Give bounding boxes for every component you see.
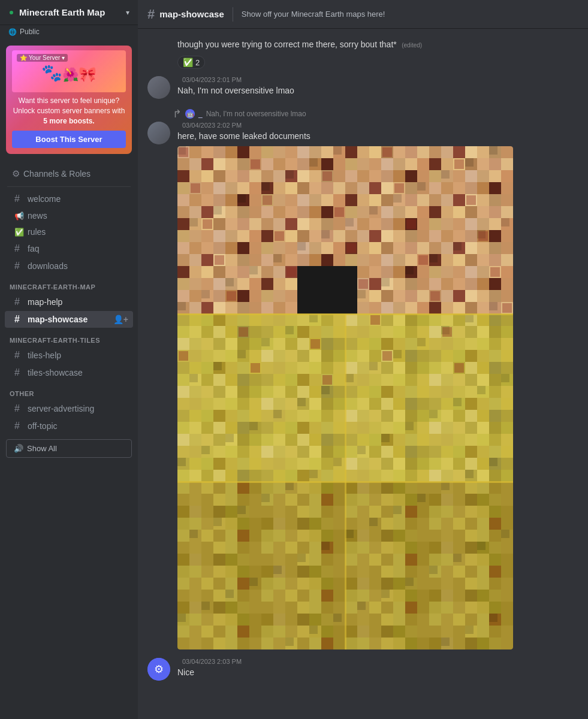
channel-item-welcome[interactable]: # welcome [5,191,133,207]
hash-icon-tiles-help: # [14,350,24,361]
boost-banner-bold: 5 more boosts. [43,117,94,125]
channel-name-downloads: downloads [28,261,128,271]
hash-icon-advertising: # [14,403,24,414]
message-3-avatar [147,122,170,144]
message-3-content: 03/04/2023 2:02 PM here, have some leake… [177,122,578,649]
channel-topbar: # map-showcase Show off your Minecraft E… [138,0,588,29]
boost-banner: ⭐ Your Server ▾ 🐾 🌺 🎀 Want this server t… [6,46,132,154]
server-visibility: Public [20,28,40,36]
add-member-icon[interactable]: 👤+ [113,315,128,324]
message-4-text: Nice [177,666,578,679]
message-1-edited: (edited) [402,42,422,49]
message-1-text: though you were trying to correct me the… [177,40,397,49]
message-2-group: 03/04/2023 2:01 PM Nah, I'm not oversens… [147,76,578,99]
channel-name-off-topic: off-topic [28,421,128,431]
channel-item-tiles-help[interactable]: # tiles-help [5,347,133,364]
message-4-content: 03/04/2023 2:03 PM Nice [177,658,578,681]
hash-icon-map-help: # [14,297,24,307]
reply-indicator: ↱ 🤖 _ Nah, I'm not oversensitive lmao [177,107,578,120]
channels-roles-label: Channels & Roles [23,169,91,179]
announce-icon: 📢 [14,212,24,220]
check-emoji: ✅ [183,58,193,67]
channel-name-tiles-help: tiles-help [28,351,128,360]
channel-name-server-advertising: server-advertising [28,404,128,413]
channel-name-rules: rules [28,227,128,237]
sidebar-divider-1 [7,186,131,187]
banner-label: ⭐ Your Server ▾ [17,54,68,62]
boost-banner-inner: ⭐ Your Server ▾ 🐾 🌺 🎀 Want this server t… [6,46,132,154]
channel-item-off-topic[interactable]: # off-topic [5,418,133,434]
message-4-header: 03/04/2023 2:03 PM [177,658,578,665]
reply-avatar-mini: 🤖 [185,109,195,119]
channel-name-tiles-showcase: tiles-showcase [28,368,128,377]
section-header-other: OTHER [0,382,138,400]
channel-item-news[interactable]: 📢 news [5,208,133,223]
channel-item-map-showcase[interactable]: # map-showcase 👤+ [5,311,133,328]
message-4-timestamp: 03/04/2023 2:03 PM [182,658,242,665]
message-3-header: 03/04/2023 2:02 PM [177,122,578,129]
channel-item-faq[interactable]: # faq [5,240,133,257]
chevron-down-small-icon: ▾ [62,55,65,61]
channel-item-server-advertising[interactable]: # server-advertising [5,400,133,417]
message-4-avatar: ⚙ [147,658,170,681]
boost-banner-image: ⭐ Your Server ▾ 🐾 🌺 🎀 [12,50,126,92]
svg-text:⚙: ⚙ [154,663,164,675]
channel-item-tiles-showcase[interactable]: # tiles-showcase [5,364,133,381]
message-4-group: ⚙ 03/04/2023 2:03 PM Nice [147,658,578,681]
rules-icon: ✅ [14,228,24,237]
message-1: though you were trying to correct me the… [147,38,578,69]
reply-text: Nah, I'm not oversensitive lmao [206,110,306,118]
show-all-label: Show All [27,444,57,453]
topbar-description: Show off your Minecraft Earth maps here! [242,10,385,19]
speaker-icon: 🔊 [14,444,23,453]
reaction-count: 2 [195,58,200,67]
reply-curve-icon: ↱ [173,107,182,120]
channel-item-map-help[interactable]: # map-help [5,294,133,310]
banner-decoration: 🐾 🌺 🎀 [12,61,126,83]
channels-section: ⚙ Channels & Roles # welcome 📢 news ✅ ru… [0,159,138,719]
star-icon: ⭐ [20,55,27,61]
sidebar: Minecraft Earth Map ▾ 🌐 Public ⭐ Your Se… [0,0,138,719]
message-3-text: here, have some leaked documents [177,130,578,143]
reaction-container: ✅ 2 [177,53,578,69]
image-attachment[interactable] [177,146,513,649]
topbar-hash-icon: # [147,7,155,22]
message-2-header: 03/04/2023 2:01 PM [177,76,578,83]
banner-label-text: Your Server [29,55,60,61]
banner-emoji2: 🌺 [62,67,79,83]
channels-and-roles-item[interactable]: ⚙ Channels & Roles [5,165,133,183]
banner-emoji: 🐾 [41,63,62,83]
channel-name-map-help: map-help [28,297,128,307]
hash-icon-downloads: # [14,261,24,271]
show-all-button[interactable]: 🔊 Show All [6,439,132,458]
server-tag: 🌐 Public [0,25,138,41]
hash-icon: # [14,194,24,204]
topbar-divider [233,7,233,22]
channel-item-downloads[interactable]: # downloads [5,258,133,274]
section-header-map: MINECRAFT-EARTH-MAP [0,275,138,293]
topbar-channel-name: map-showcase [159,9,224,19]
channel-name-welcome: welcome [28,194,128,204]
message-2-text: Nah, I'm not oversensitive lmao [177,84,578,97]
message-3-group: ↱ 🤖 _ Nah, I'm not oversensitive lmao 03… [147,107,578,649]
reaction-checkmark[interactable]: ✅ 2 [177,56,205,69]
chevron-down-icon[interactable]: ▾ [126,8,129,17]
messages-area: though you were trying to correct me the… [138,29,588,719]
channel-item-rules[interactable]: ✅ rules [5,224,133,240]
message-2-content: 03/04/2023 2:01 PM Nah, I'm not oversens… [177,76,578,99]
main-content: # map-showcase Show off your Minecraft E… [138,0,588,719]
server-header[interactable]: Minecraft Earth Map ▾ [0,0,138,25]
hash-icon-map-showcase: # [14,314,24,325]
reply-username: _ [198,110,203,118]
hash-icon-tiles-showcase: # [14,367,24,378]
section-header-tiles: MINECRAFT-EARTH-TILES [0,328,138,346]
message-2-timestamp: 03/04/2023 2:01 PM [182,76,242,83]
message-3: 03/04/2023 2:02 PM here, have some leake… [147,122,578,649]
boost-banner-text-pre: Want this server to feel unique? Unlock … [13,96,125,115]
server-header-left: Minecraft Earth Map [8,7,105,17]
hash-icon-faq: # [14,243,24,254]
boost-server-button[interactable]: Boost This Server [12,131,126,148]
hash-icon-off-topic: # [14,421,24,431]
banner-emoji3: 🎀 [79,66,97,83]
hashtag-settings-icon: ⚙ [12,168,20,179]
